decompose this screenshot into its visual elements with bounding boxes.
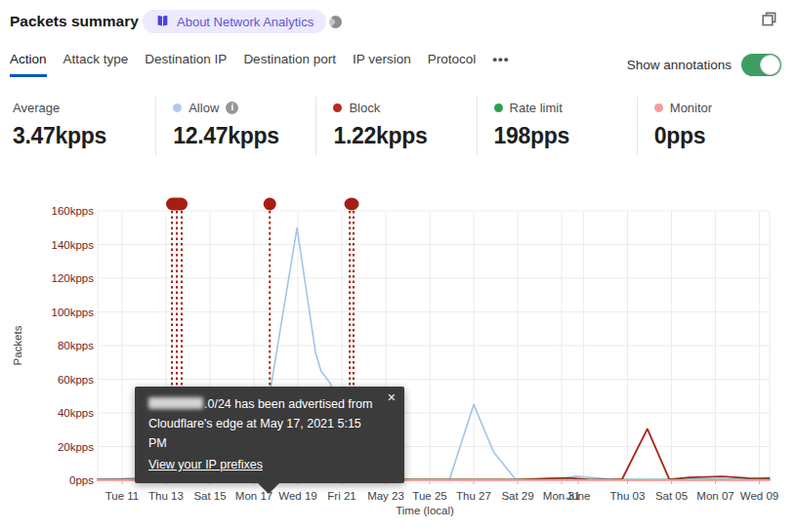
y-axis-label: 120kpps <box>52 272 95 284</box>
x-axis-label: Sat 29 <box>501 490 533 502</box>
tooltip-arrow <box>258 483 279 494</box>
x-axis-label: Fri 21 <box>327 490 356 502</box>
x-axis-label: May 23 <box>367 490 404 502</box>
x-axis-label: Tue 11 <box>105 490 140 502</box>
annotation-marker-pill[interactable] <box>166 198 188 211</box>
x-axis-label: Wed 09 <box>740 490 778 502</box>
x-axis-label: June <box>566 490 590 502</box>
tooltip-line-2: Cloudflare's edge at May 17, 2021 5:15 P… <box>148 414 379 453</box>
x-axis-label: Sat 05 <box>655 490 688 502</box>
y-axis-title: Packets <box>12 325 23 365</box>
x-axis-label: Thu 13 <box>148 490 184 502</box>
x-axis-label: Thu 03 <box>610 490 646 502</box>
annotation-marker-dot[interactable] <box>345 198 359 211</box>
y-axis-label: 20kpps <box>58 441 94 453</box>
y-axis-label: 0pps <box>69 474 94 486</box>
x-axis-title: Time (local) <box>396 505 454 516</box>
y-axis-label: 160kpps <box>52 205 95 217</box>
x-axis-label: Thu 27 <box>456 490 491 502</box>
x-axis-label: Tue 25 <box>412 490 446 502</box>
close-icon[interactable]: × <box>388 390 396 404</box>
y-axis-label: 140kpps <box>52 239 95 251</box>
annotation-tooltip: × .0/24 has been advertised from Cloudfl… <box>135 387 404 483</box>
y-axis-label: 40kpps <box>58 407 94 419</box>
tooltip-line-1: .0/24 has been advertised from <box>148 394 379 414</box>
x-axis-label: Mon 07 <box>696 490 734 502</box>
redacted-ip-prefix <box>148 397 203 409</box>
y-axis-label: 60kpps <box>58 374 94 386</box>
y-axis-label: 80kpps <box>58 340 94 351</box>
annotation-marker-dot[interactable] <box>264 198 276 211</box>
x-axis-label: Wed 19 <box>278 490 316 502</box>
view-ip-prefixes-link[interactable]: View your IP prefixes <box>148 455 263 474</box>
x-axis-label: Sat 15 <box>193 490 226 502</box>
y-axis-label: 100kpps <box>52 307 95 318</box>
